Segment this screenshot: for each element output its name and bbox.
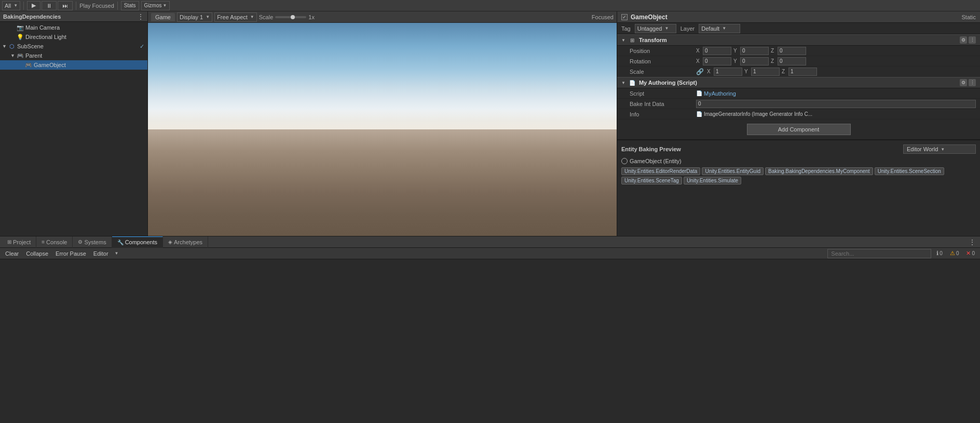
- main-content: BakingDependencies ⋮ 📷 Main Camera 💡 Dir…: [0, 11, 980, 236]
- add-component-button[interactable]: Add Component: [747, 124, 851, 135]
- object-name-field[interactable]: GameObject: [631, 14, 958, 21]
- entity-tags-grid: Unity.Entities.EditorRenderData Unity.En…: [621, 167, 976, 184]
- rotation-x-input[interactable]: [703, 57, 731, 65]
- myauthoring-icon: 📄: [629, 79, 636, 86]
- systems-tab-label: Systems: [84, 239, 106, 245]
- display-arrow-icon: ▼: [206, 15, 210, 19]
- tab-archetypes[interactable]: ◈ Archetypes: [163, 236, 208, 248]
- game-toolbar: Game Display 1 ▼ Free Aspect ▼ Scale 1x …: [148, 11, 617, 23]
- light-icon: 💡: [17, 33, 24, 41]
- tab-systems[interactable]: ⚙ Systems: [73, 236, 112, 248]
- position-z-input[interactable]: [778, 47, 806, 55]
- hier-arrow-parent: ▼: [10, 53, 17, 58]
- position-x-input[interactable]: [703, 47, 731, 55]
- hier-item-gameobject[interactable]: 🎮 GameObject: [0, 60, 147, 70]
- transform-more-icon[interactable]: ⋮: [969, 36, 976, 44]
- rotation-z-input[interactable]: [778, 57, 806, 65]
- scale-y-input[interactable]: [751, 68, 780, 76]
- inspector-inner: GameObject Static Tag Untagged ▼ Layer D…: [617, 11, 980, 236]
- tab-console[interactable]: ≡ Console: [36, 236, 73, 248]
- hier-item-main-camera[interactable]: 📷 Main Camera: [0, 23, 147, 32]
- bake-int-label: Bake Int Data: [630, 101, 692, 107]
- hier-item-parent[interactable]: ▼ 🎮 Parent: [0, 51, 147, 60]
- script-fields: 📄 MyAuthoring: [696, 90, 976, 97]
- tag-dropdown[interactable]: Untagged ▼: [635, 24, 676, 33]
- play-icon: ▶: [32, 2, 36, 9]
- tab-components[interactable]: 🔧 Components: [112, 236, 163, 248]
- bottom-tabs: ⊞ Project ≡ Console ⚙ Systems 🔧 Componen…: [0, 236, 980, 248]
- scale-z-input[interactable]: [788, 68, 817, 76]
- error-badge: ✕ 0: [964, 250, 977, 257]
- warn-badge: ⚠ 0: [948, 250, 961, 257]
- hier-item-directional-light[interactable]: 💡 Directional Light: [0, 32, 147, 42]
- hierarchy-menu-icon[interactable]: ⋮: [137, 12, 144, 21]
- editor-world-dropdown[interactable]: Editor World ▼: [903, 144, 976, 154]
- stats-label: Stats: [124, 3, 136, 8]
- inspector-scroll-area: GameObject Static Tag Untagged ▼ Layer D…: [617, 11, 980, 236]
- scale-slider[interactable]: [275, 16, 306, 18]
- editor-button[interactable]: Editor: [91, 250, 111, 257]
- display-dropdown[interactable]: Display 1 ▼: [177, 12, 212, 22]
- stats-button[interactable]: Stats: [121, 1, 139, 10]
- layer-dropdown[interactable]: Default ▼: [699, 24, 740, 33]
- entity-row: GameObject (Entity): [621, 157, 976, 165]
- tag-editor-render: Unity.Entities.EditorRenderData: [621, 167, 700, 175]
- pause-button[interactable]: ⏸: [42, 1, 57, 10]
- layer-arrow-icon: ▼: [722, 26, 726, 31]
- scale-lock-icon[interactable]: 🔗: [696, 68, 704, 75]
- error-pause-button[interactable]: Error Pause: [53, 250, 88, 257]
- transform-collapse-icon[interactable]: ▼: [621, 38, 625, 43]
- bake-int-input[interactable]: [696, 100, 976, 108]
- components-tab-icon: 🔧: [117, 240, 124, 245]
- game-viewport[interactable]: [148, 23, 617, 236]
- scale-x-axis: X: [707, 69, 712, 74]
- editor-dropdown-icon[interactable]: ▼: [115, 251, 119, 256]
- all-label: All: [5, 3, 11, 9]
- object-active-checkbox[interactable]: [621, 14, 628, 20]
- gizmos-button[interactable]: Gizmos ▼: [141, 1, 170, 10]
- collapse-button[interactable]: Collapse: [24, 250, 50, 257]
- position-y-input[interactable]: [740, 47, 769, 55]
- scale-value: 1x: [308, 14, 315, 20]
- myauthoring-more-icon[interactable]: ⋮: [969, 79, 976, 86]
- position-x-group: X: [696, 47, 731, 55]
- hier-label-directional-light: Directional Light: [25, 34, 66, 40]
- myauthoring-collapse-icon[interactable]: ▼: [621, 81, 625, 85]
- step-icon: ⏭: [62, 3, 68, 9]
- camera-icon: 📷: [17, 24, 24, 31]
- rotation-y-input[interactable]: [740, 57, 769, 65]
- game-tab[interactable]: Game: [151, 13, 175, 21]
- step-button[interactable]: ⏭: [58, 1, 73, 10]
- aspect-arrow-icon: ▼: [250, 15, 254, 19]
- parent-icon: 🎮: [17, 52, 24, 59]
- layer-value: Default: [701, 25, 719, 32]
- position-fields: X Y Z: [696, 47, 976, 55]
- play-button[interactable]: ▶: [27, 1, 40, 10]
- center-panel: Game Display 1 ▼ Free Aspect ▼ Scale 1x …: [148, 11, 617, 236]
- myauthoring-settings-icon[interactable]: ⚙: [960, 79, 967, 86]
- editor-world-label: Editor World: [907, 146, 938, 152]
- transform-settings-icon[interactable]: ⚙: [960, 36, 967, 44]
- layer-label: Layer: [680, 25, 695, 32]
- scale-x-input[interactable]: [714, 68, 742, 76]
- toolbar-sep-3: [117, 2, 118, 10]
- hierarchy-title: BakingDependencies: [3, 14, 61, 20]
- play-focused-label: Play Focused: [79, 3, 114, 9]
- script-ref[interactable]: 📄 MyAuthoring: [696, 90, 736, 97]
- hier-item-subscene[interactable]: ▼ ⬡ SubScene ✓: [0, 42, 147, 51]
- aspect-dropdown[interactable]: Free Aspect ▼: [214, 12, 257, 22]
- tag-arrow-icon: ▼: [664, 26, 669, 31]
- bottom-search-input[interactable]: [827, 249, 931, 258]
- clear-button[interactable]: Clear: [3, 250, 21, 257]
- scale-fields: 🔗 X Y Z: [696, 68, 976, 76]
- components-tab-label: Components: [125, 239, 157, 245]
- info-icon: ℹ: [936, 250, 938, 257]
- bottom-panel-menu-icon[interactable]: ⋮: [969, 238, 976, 246]
- all-dropdown[interactable]: All ▼: [2, 1, 20, 10]
- systems-tab-icon: ⚙: [78, 239, 83, 245]
- tab-project[interactable]: ⊞ Project: [2, 236, 36, 248]
- entity-circle-icon: [621, 158, 628, 164]
- tag-layer-row: Tag Untagged ▼ Layer Default ▼: [617, 23, 980, 34]
- info-ref[interactable]: 📄 ImageGeneratorInfo (Image Generator In…: [696, 111, 812, 117]
- transform-title: Transform: [639, 37, 957, 43]
